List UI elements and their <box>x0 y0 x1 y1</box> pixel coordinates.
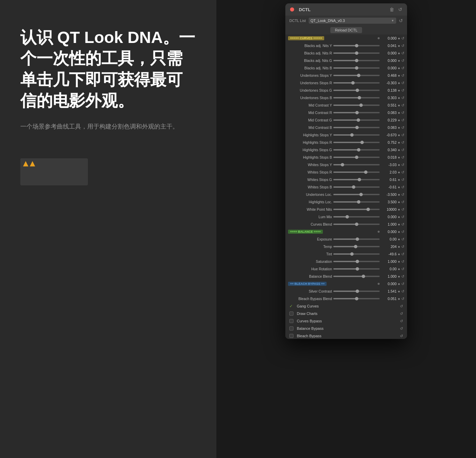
param-slider[interactable] <box>333 112 380 113</box>
param-reset[interactable]: ↺ <box>401 170 404 175</box>
param-reset[interactable]: ↺ <box>401 96 404 100</box>
param-slider[interactable] <box>333 52 380 54</box>
param-slider[interactable] <box>333 201 380 203</box>
param-slider[interactable] <box>333 164 380 165</box>
param-thumb[interactable] <box>356 267 359 271</box>
param-reset[interactable]: ↺ <box>401 103 404 108</box>
param-slider[interactable] <box>333 127 380 128</box>
checkbox-check-4[interactable] <box>289 334 294 338</box>
trash-icon[interactable]: 🗑 <box>389 7 394 12</box>
param-reset[interactable]: ↺ <box>401 163 404 167</box>
param-thumb[interactable] <box>357 200 360 204</box>
param-reset[interactable]: ↺ <box>401 178 404 182</box>
param-thumb[interactable] <box>359 193 363 196</box>
param-reset[interactable]: ↺ <box>401 237 404 242</box>
param-slider[interactable] <box>333 142 380 143</box>
param-slider[interactable] <box>333 291 380 292</box>
param-reset[interactable]: ↺ <box>401 192 404 197</box>
checkbox-check-0[interactable]: ✓ <box>289 304 294 308</box>
param-slider[interactable] <box>333 298 380 299</box>
param-slider[interactable] <box>333 276 380 277</box>
param-thumb[interactable] <box>346 215 349 219</box>
param-slider[interactable] <box>333 119 380 121</box>
checkbox-row-4[interactable]: Bleach Bypass↺ <box>285 332 407 339</box>
param-thumb[interactable] <box>355 297 358 300</box>
param-slider[interactable] <box>333 261 380 262</box>
param-slider[interactable] <box>333 157 380 158</box>
param-thumb[interactable] <box>357 148 360 152</box>
param-slider[interactable] <box>333 209 380 210</box>
param-slider[interactable] <box>333 268 380 270</box>
checkbox-box-1[interactable] <box>289 312 293 316</box>
param-thumb[interactable] <box>355 111 359 114</box>
checkbox-row-1[interactable]: Draw Charts↺ <box>285 310 407 317</box>
checkbox-box-3[interactable] <box>289 326 293 330</box>
param-thumb[interactable] <box>355 223 358 226</box>
section-reset-0[interactable]: ↺ <box>401 36 404 41</box>
dctl-list-select[interactable]: QT_Look_DNA_v0.3 ▼ <box>309 18 397 24</box>
param-thumb[interactable] <box>359 104 363 107</box>
param-reset[interactable]: ↺ <box>401 51 404 55</box>
param-slider[interactable] <box>333 75 380 76</box>
param-thumb[interactable] <box>350 133 354 137</box>
param-thumb[interactable] <box>355 51 358 55</box>
param-slider[interactable] <box>333 134 380 136</box>
param-slider[interactable] <box>333 194 380 195</box>
param-slider[interactable] <box>333 253 380 255</box>
param-reset[interactable]: ↺ <box>401 140 404 145</box>
param-reset[interactable]: ↺ <box>401 81 404 85</box>
param-thumb[interactable] <box>357 118 360 122</box>
param-thumb[interactable] <box>358 96 361 99</box>
reload-button[interactable]: Reload DCTL <box>330 27 362 33</box>
checkbox-reset-2[interactable]: ↺ <box>400 319 403 323</box>
param-slider[interactable] <box>333 149 380 151</box>
param-reset[interactable]: ↺ <box>401 88 404 93</box>
param-slider[interactable] <box>333 238 380 240</box>
param-slider[interactable] <box>333 224 380 225</box>
param-reset[interactable]: ↺ <box>401 207 404 212</box>
param-reset[interactable]: ↺ <box>401 148 404 152</box>
checkbox-reset-1[interactable]: ↺ <box>400 312 403 316</box>
param-slider[interactable] <box>333 246 380 247</box>
param-reset[interactable]: ↺ <box>401 274 404 279</box>
param-reset[interactable]: ↺ <box>401 289 404 294</box>
param-reset[interactable]: ↺ <box>401 297 404 301</box>
param-thumb[interactable] <box>356 260 359 263</box>
param-thumb[interactable] <box>355 156 358 159</box>
checkbox-check-2[interactable] <box>289 319 294 323</box>
param-thumb[interactable] <box>355 59 358 62</box>
param-slider[interactable] <box>333 171 380 173</box>
checkbox-row-3[interactable]: Balance Bypass↺ <box>285 325 407 332</box>
param-thumb[interactable] <box>350 252 354 256</box>
checkbox-row-0[interactable]: ✓Gang Curves↺ <box>285 302 407 310</box>
param-thumb[interactable] <box>357 74 360 77</box>
param-reset[interactable]: ↺ <box>401 185 404 189</box>
param-slider[interactable] <box>333 45 380 46</box>
section-reset-26[interactable]: ↺ <box>401 230 404 234</box>
param-slider[interactable] <box>333 90 380 91</box>
checkbox-box-2[interactable] <box>289 319 293 323</box>
param-reset[interactable]: ↺ <box>401 66 404 70</box>
checkbox-reset-3[interactable]: ↺ <box>400 326 403 331</box>
param-thumb[interactable] <box>356 89 359 92</box>
param-reset[interactable]: ↺ <box>401 252 404 256</box>
param-thumb[interactable] <box>355 44 358 47</box>
param-thumb[interactable] <box>364 170 367 174</box>
param-thumb[interactable] <box>354 245 357 248</box>
param-thumb[interactable] <box>352 185 355 189</box>
checkbox-row-2[interactable]: Curves Bypass↺ <box>285 317 407 325</box>
param-reset[interactable]: ↺ <box>401 245 404 249</box>
param-reset[interactable]: ↺ <box>401 215 404 219</box>
param-thumb[interactable] <box>360 141 364 144</box>
param-reset[interactable]: ↺ <box>401 125 404 130</box>
param-reset[interactable]: ↺ <box>401 200 404 204</box>
checkbox-box-4[interactable] <box>289 334 293 338</box>
param-reset[interactable]: ↺ <box>401 73 404 78</box>
traffic-light[interactable] <box>290 7 294 12</box>
param-slider[interactable] <box>333 82 380 84</box>
param-reset[interactable]: ↺ <box>401 267 404 271</box>
checkbox-reset-4[interactable]: ↺ <box>400 334 403 338</box>
param-slider[interactable] <box>333 60 380 61</box>
param-slider[interactable] <box>333 105 380 106</box>
param-slider[interactable] <box>333 67 380 69</box>
